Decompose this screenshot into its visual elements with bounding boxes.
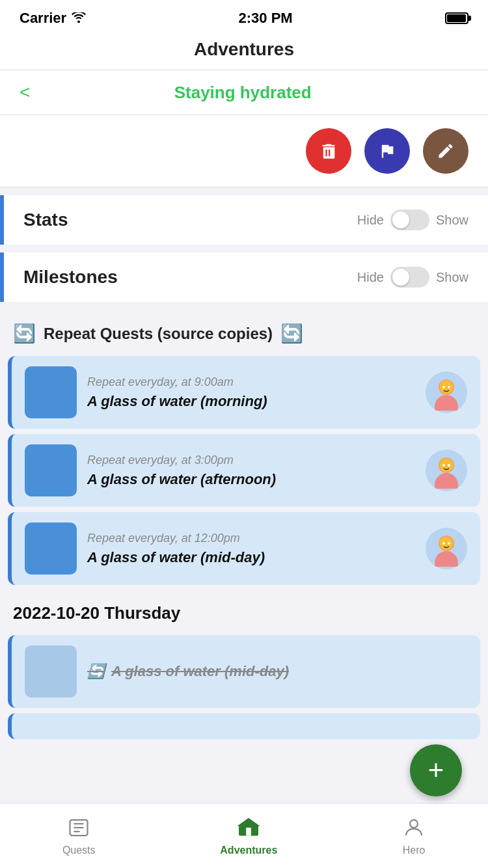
app-header: Adventures (0, 33, 488, 70)
quest-name-midday: A glass of water (mid-day) (87, 549, 415, 566)
repeat-small-icon: 🔄 (87, 663, 105, 680)
quest-item-midday[interactable]: Repeat everyday, at 12:00pm A glass of w… (8, 512, 480, 585)
quest-checkbox-midday[interactable] (25, 522, 77, 575)
quest-info-afternoon: Repeat everyday, at 3:00pm A glass of wa… (87, 454, 415, 488)
svg-point-22 (410, 820, 418, 828)
milestones-hide-label: Hide (357, 270, 384, 285)
bottom-nav: Quests Adventures Hero (0, 803, 488, 868)
quest-schedule-afternoon: Repeat everyday, at 3:00pm (87, 454, 415, 467)
partial-quest-item (8, 713, 480, 739)
quest-info-midday: Repeat everyday, at 12:00pm A glass of w… (87, 532, 415, 566)
quest-info-morning: Repeat everyday, at 9:00am A glass of wa… (87, 375, 415, 410)
quests-icon (67, 816, 90, 842)
repeat-icon-left: 🔄 (13, 323, 36, 344)
adventure-title: Staying hydrated (43, 83, 442, 103)
quest-item-afternoon[interactable]: Repeat everyday, at 3:00pm A glass of wa… (8, 434, 480, 507)
milestones-toggle[interactable] (390, 267, 429, 288)
status-bar: Carrier 2:30 PM (0, 0, 488, 33)
quest-avatar-midday (426, 528, 467, 569)
back-button[interactable]: < (20, 82, 30, 103)
repeat-quests-header: 🔄 Repeat Quests (source copies) 🔄 (0, 310, 488, 351)
add-button[interactable]: + (410, 744, 462, 796)
milestones-show-label: Show (436, 270, 468, 285)
svg-point-4 (448, 386, 450, 388)
wifi-icon (72, 10, 86, 27)
milestones-label: Milestones (23, 267, 118, 288)
svg-point-13 (442, 542, 445, 545)
svg-point-9 (448, 464, 450, 467)
completed-quest-item[interactable]: 🔄 A glass of water (mid-day) (8, 635, 480, 708)
quest-schedule-morning: Repeat everyday, at 9:00am (87, 375, 415, 389)
milestones-toggle-group: Hide Show (357, 267, 468, 288)
quest-name-afternoon: A glass of water (afternoon) (87, 471, 415, 488)
action-row (0, 115, 488, 187)
svg-point-8 (442, 464, 445, 467)
quest-checkbox-afternoon[interactable] (25, 444, 77, 496)
stats-toggle-group: Hide Show (357, 210, 468, 230)
time-label: 2:30 PM (239, 10, 293, 27)
stats-toggle[interactable] (390, 210, 429, 230)
adventures-icon (236, 816, 262, 842)
quest-schedule-midday: Repeat everyday, at 12:00pm (87, 532, 415, 545)
stats-label: Stats (23, 210, 68, 230)
quests-nav-label: Quests (62, 845, 96, 856)
completed-quest-name: 🔄 A glass of water (mid-day) (87, 663, 467, 680)
date-section-header: 2022-10-20 Thursday (0, 590, 488, 630)
svg-point-3 (442, 386, 445, 388)
delete-button[interactable] (306, 128, 351, 174)
date-label: 2022-10-20 Thursday (13, 603, 180, 623)
flag-button[interactable] (364, 128, 410, 174)
adventures-nav-label: Adventures (220, 845, 277, 856)
quest-item-morning[interactable]: Repeat everyday, at 9:00am A glass of wa… (8, 356, 480, 429)
sub-header: < Staying hydrated (0, 70, 488, 115)
quest-avatar-morning (426, 372, 467, 413)
hero-icon (402, 816, 426, 842)
nav-adventures[interactable]: Adventures (220, 816, 277, 856)
completed-quest-info: 🔄 A glass of water (mid-day) (87, 663, 467, 680)
stats-hide-label: Hide (357, 213, 384, 228)
nav-quests[interactable]: Quests (62, 816, 96, 856)
app-title: Adventures (194, 39, 294, 59)
nav-hero[interactable]: Hero (402, 816, 426, 856)
svg-point-6 (435, 473, 458, 489)
svg-marker-20 (237, 818, 260, 826)
repeat-quests-title: Repeat Quests (source copies) (44, 325, 273, 343)
milestones-section: Milestones Hide Show (0, 252, 488, 302)
quest-avatar-afternoon (426, 450, 467, 491)
edit-button[interactable] (423, 128, 468, 174)
completed-quest-checkbox[interactable] (25, 645, 77, 698)
stats-show-label: Show (436, 213, 468, 228)
svg-point-14 (448, 542, 450, 545)
repeat-icon-right: 🔄 (280, 323, 303, 344)
svg-point-11 (435, 551, 458, 567)
carrier-label: Carrier (20, 10, 86, 27)
stats-section: Stats Hide Show (0, 195, 488, 245)
hero-nav-label: Hero (403, 845, 426, 856)
quest-name-morning: A glass of water (morning) (87, 393, 415, 410)
svg-point-1 (435, 395, 458, 411)
battery-icon (445, 12, 468, 24)
quest-checkbox-morning[interactable] (25, 366, 77, 418)
battery-group (445, 12, 468, 24)
svg-rect-21 (247, 828, 252, 836)
